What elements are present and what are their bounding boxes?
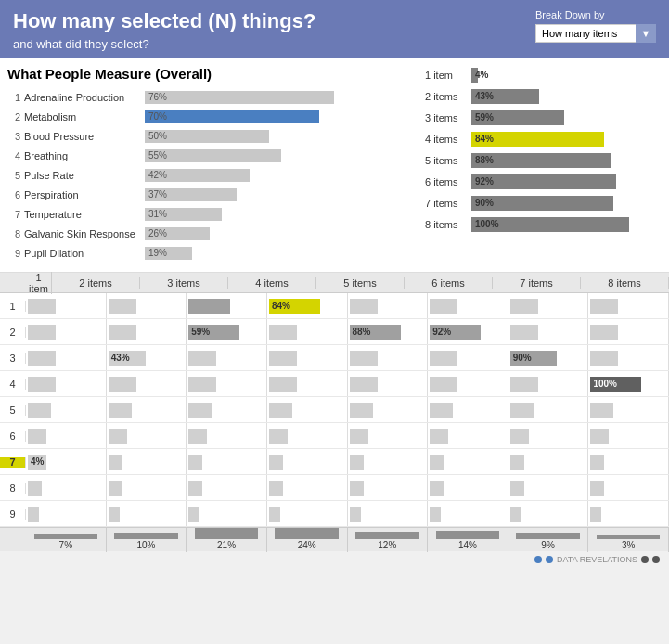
breakdown-label: Break Down by bbox=[535, 9, 656, 20]
measure-bar-container: 42% bbox=[145, 169, 406, 182]
grid-cell bbox=[588, 397, 669, 422]
measure-pct: 76% bbox=[148, 92, 167, 102]
grid-bar bbox=[109, 455, 122, 470]
grid-bar bbox=[510, 507, 521, 522]
grid-cell bbox=[107, 371, 187, 396]
grid-cell bbox=[508, 319, 589, 344]
items-label: 6 items bbox=[425, 176, 471, 187]
grid-cell bbox=[267, 423, 348, 448]
grid-bar bbox=[350, 455, 364, 470]
measure-rank: 9 bbox=[7, 248, 20, 259]
dot-dark-icon bbox=[641, 556, 649, 563]
grid-bar bbox=[430, 481, 444, 496]
grid-bar bbox=[590, 507, 601, 522]
grid-bar bbox=[28, 351, 56, 366]
measure-bar-container: 37% bbox=[145, 188, 406, 201]
grid-cell bbox=[348, 449, 429, 474]
grid-cell bbox=[348, 397, 429, 422]
branding: DATA REVELATIONS bbox=[0, 551, 669, 568]
grid-bar bbox=[188, 507, 199, 522]
measure-bar-container: 31% bbox=[145, 208, 406, 221]
grid-cell bbox=[508, 475, 589, 500]
grid-cell bbox=[588, 345, 669, 370]
items-bar-container: 100% bbox=[471, 217, 629, 232]
items-pct: 59% bbox=[475, 112, 494, 122]
grid-cell bbox=[267, 371, 348, 396]
breakdown-box: Break Down by How many items ▼ bbox=[535, 9, 656, 43]
items-pct: 90% bbox=[475, 198, 494, 208]
grid-cell bbox=[588, 475, 669, 500]
items-bar-container: 59% bbox=[471, 110, 629, 125]
grid-cell bbox=[26, 501, 107, 526]
items-bar-container: 43% bbox=[471, 89, 629, 104]
grid-cell: 88% bbox=[348, 319, 429, 344]
grid-bar: 100% bbox=[590, 377, 641, 392]
measure-pct: 19% bbox=[148, 248, 167, 258]
grid-cell bbox=[267, 449, 348, 474]
measure-name: Pupil Dilation bbox=[24, 248, 145, 259]
grid-bar bbox=[28, 429, 46, 444]
grid-cell bbox=[428, 293, 508, 318]
grid-cell bbox=[187, 449, 267, 474]
breakdown-select-wrapper[interactable]: How many items ▼ bbox=[535, 24, 656, 43]
measure-name: Metabolism bbox=[24, 111, 145, 122]
grid-bar bbox=[430, 377, 457, 392]
grid-bar bbox=[430, 403, 453, 418]
grid-cell bbox=[267, 319, 348, 344]
measure-bar-container: 26% bbox=[145, 227, 406, 240]
grid-col-header: 4 items bbox=[228, 277, 316, 289]
footer-pct: 24% bbox=[298, 540, 316, 550]
measure-pct: 70% bbox=[148, 111, 167, 122]
grid-cell bbox=[26, 397, 107, 422]
grid-row-num: 7 bbox=[0, 457, 26, 468]
grid-cell bbox=[107, 397, 187, 422]
grid-bar bbox=[590, 429, 609, 444]
grid-bar bbox=[510, 455, 524, 470]
grid-cell bbox=[187, 475, 267, 500]
measure-name: Adrenaline Production bbox=[24, 92, 145, 103]
grid-row-num: 2 bbox=[0, 327, 26, 338]
grid-footer-cell: 21% bbox=[187, 528, 267, 552]
grid-cell bbox=[508, 423, 589, 448]
footer-bar bbox=[597, 535, 661, 539]
measure-row: 2 Metabolism 70% bbox=[7, 109, 406, 125]
grid-cell bbox=[187, 371, 267, 396]
grid-cell: 90% bbox=[508, 345, 589, 370]
grid-bar bbox=[510, 299, 538, 314]
grid-col-header: 3 items bbox=[140, 277, 228, 289]
items-pct: 84% bbox=[475, 134, 494, 144]
grid-cell bbox=[107, 293, 187, 318]
grid-row: 184% bbox=[0, 293, 669, 319]
items-label: 5 items bbox=[425, 155, 471, 166]
grid-bar bbox=[430, 429, 448, 444]
grid-cell bbox=[588, 449, 669, 474]
main-content: What People Measure (Overall) 1 Adrenali… bbox=[0, 58, 669, 273]
measure-rank: 8 bbox=[7, 228, 20, 239]
grid-row-num: 9 bbox=[0, 509, 26, 520]
grid-bar bbox=[188, 351, 216, 366]
grid-bar bbox=[510, 481, 524, 496]
grid-cell bbox=[588, 423, 669, 448]
grid-cell bbox=[508, 449, 589, 474]
breakdown-select[interactable]: How many items bbox=[535, 24, 656, 43]
items-bar-container: 92% bbox=[471, 174, 629, 189]
grid-cell bbox=[26, 423, 107, 448]
grid-row-num: 5 bbox=[0, 405, 26, 416]
grid-bar: 92% bbox=[430, 325, 481, 340]
grid-cell bbox=[508, 501, 589, 526]
dot-blue-icon2 bbox=[546, 556, 553, 563]
grid-row-num: 3 bbox=[0, 353, 26, 364]
measure-name: Galvanic Skin Response bbox=[24, 228, 145, 239]
grid-bar bbox=[109, 481, 122, 496]
measure-bar-container: 50% bbox=[145, 130, 406, 143]
grid-cell bbox=[428, 475, 508, 500]
grid-bar bbox=[350, 481, 364, 496]
grid-footer-cell: 10% bbox=[107, 528, 187, 552]
items-bar-container: 88% bbox=[471, 153, 629, 168]
grid-bar bbox=[590, 325, 618, 340]
measure-rank: 4 bbox=[7, 150, 20, 161]
grid-bar bbox=[269, 403, 292, 418]
grid-bar bbox=[188, 377, 216, 392]
grid-col-header: 7 items bbox=[493, 277, 581, 289]
grid-cell bbox=[267, 397, 348, 422]
